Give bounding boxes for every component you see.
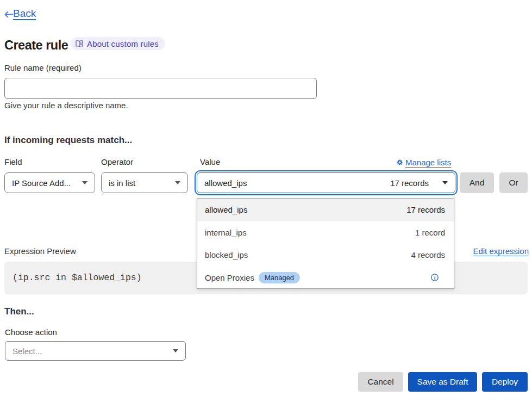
svg-text:i: i (434, 275, 436, 281)
